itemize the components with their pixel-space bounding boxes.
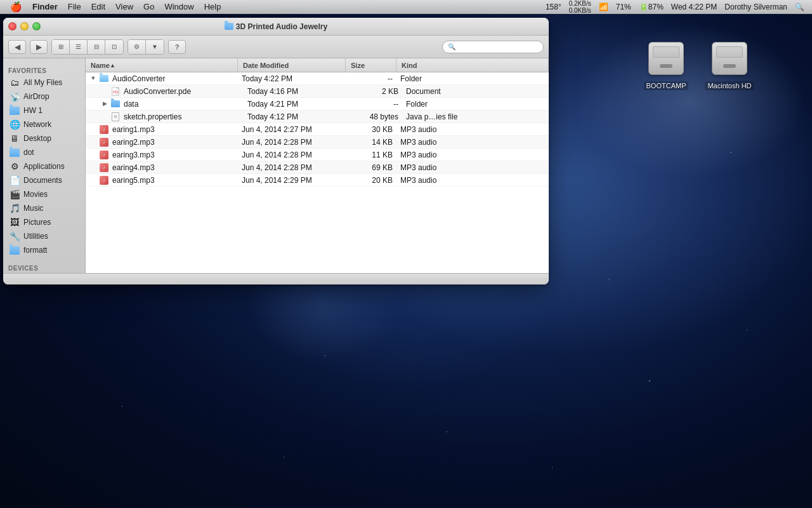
table-row[interactable]: ⚙ sketch.properties Today 4:12 PM 48 byt… [86, 110, 549, 123]
menu-window[interactable]: Window [159, 0, 199, 14]
file-kind: MP3 audio [396, 161, 549, 174]
expand-arrow[interactable]: ▼ [89, 75, 97, 83]
desktop-icon-bootcamp[interactable]: BOOTCAMP [641, 38, 691, 90]
table-row[interactable]: ♪ earing3.mp3 Jun 4, 2014 2:28 PM 11 KB … [86, 149, 549, 161]
file-name: earing2.mp3 [112, 138, 155, 147]
sidebar-item-dot[interactable]: dot [4, 145, 84, 159]
sidebar-item-documents[interactable]: 📄 Documents [4, 173, 84, 187]
icon-view-button[interactable]: ⊞ [52, 40, 70, 54]
sidebar-item-pictures[interactable]: 🖼 Pictures [4, 215, 84, 229]
mp3-icon: ♪ [100, 125, 108, 134]
sidebar-item-desktop[interactable]: 🖥 Desktop [4, 131, 84, 145]
status-bar [3, 273, 549, 284]
sidebar-label-hw1: HW 1 [23, 106, 43, 115]
minimize-button[interactable] [20, 22, 29, 30]
table-row[interactable]: ▼ AudioConverter Today 4:22 PM -- Folder [86, 72, 549, 85]
col-header-size[interactable]: Size [346, 58, 396, 72]
sidebar-label-formatt: formatt [23, 246, 47, 255]
sidebar-label-documents: Documents [23, 176, 62, 185]
col-header-date[interactable]: Date Modified [238, 58, 346, 72]
menu-edit[interactable]: Edit [86, 0, 110, 14]
file-date: Jun 4, 2014 2:27 PM [238, 123, 346, 136]
file-name: data [124, 100, 138, 109]
file-size: 30 KB [346, 123, 396, 136]
back-button[interactable]: ◀ [8, 40, 26, 54]
desktop-folder-icon: 🖥 [10, 133, 20, 144]
col-header-name[interactable]: Name [86, 58, 238, 72]
action-button[interactable]: ⚙ [128, 40, 146, 54]
favorites-section-label: FAVORITES [3, 64, 85, 76]
file-kind: Java p…ies file [402, 110, 549, 123]
applications-icon: ⚙ [10, 161, 20, 171]
menu-help[interactable]: Help [199, 0, 226, 14]
sidebar-item-applications[interactable]: ⚙ Applications [4, 159, 84, 173]
file-list-header: Name Date Modified Size Kind [86, 58, 549, 72]
apple-menu[interactable]: 🍎 [5, 0, 27, 14]
documents-icon: 📄 [10, 175, 20, 185]
sidebar-item-all-my-files[interactable]: 🗂 All My Files [4, 76, 84, 90]
sidebar-label-desktop: Desktop [23, 134, 51, 143]
menu-view[interactable]: View [110, 0, 138, 14]
table-row[interactable]: ♪ earing5.mp3 Jun 4, 2014 2:29 PM 20 KB … [86, 174, 549, 187]
folder-icon [111, 100, 120, 109]
table-row[interactable]: ♪ earing2.mp3 Jun 4, 2014 2:28 PM 14 KB … [86, 136, 549, 149]
sidebar-item-hw1[interactable]: HW 1 [4, 104, 84, 117]
bootcamp-hd-icon [648, 42, 684, 75]
file-name: earing1.mp3 [112, 125, 155, 134]
file-kind: MP3 audio [396, 149, 549, 161]
maximize-button[interactable] [32, 22, 41, 30]
menu-go[interactable]: Go [138, 0, 159, 14]
desktop: 🍎 Finder File Edit View Go Window Help 1… [0, 0, 812, 508]
search-box[interactable]: 🔍 [442, 41, 544, 53]
file-date: Jun 4, 2014 2:28 PM [238, 161, 346, 174]
bootcamp-label: BOOTCAMP [644, 81, 689, 90]
help-button[interactable]: ? [168, 40, 186, 54]
temperature-display: 158° [543, 0, 564, 14]
sidebar-label-music: Music [23, 204, 43, 213]
sidebar-item-movies[interactable]: 🎬 Movies [4, 187, 84, 201]
file-size: 11 KB [346, 149, 396, 161]
file-kind: Folder [396, 72, 549, 85]
forward-button[interactable]: ▶ [30, 40, 48, 54]
finder-window: 3D Printed Audio Jewelry ◀ ▶ ⊞ ☰ ⊟ ⊡ ⚙ ▼… [3, 18, 549, 284]
devices-section-label: DEVICES [3, 261, 85, 273]
dot-icon [10, 147, 20, 157]
macintosh-hd-label: Macintosh HD [705, 81, 754, 90]
desktop-icon-macintosh-hd[interactable]: Macintosh HD [704, 38, 755, 90]
sidebar-item-airdrop[interactable]: 📡 AirDrop [4, 90, 84, 104]
file-size: 48 bytes [351, 110, 402, 123]
table-row[interactable]: ♪ earing1.mp3 Jun 4, 2014 2:27 PM 30 KB … [86, 123, 549, 136]
table-row[interactable]: ♪ earing4.mp3 Jun 4, 2014 2:28 PM 69 KB … [86, 161, 549, 174]
battery-bar: 🔋87% [636, 0, 666, 14]
battery-display: 71% [613, 0, 634, 14]
col-header-kind[interactable]: Kind [396, 58, 549, 72]
share-button[interactable]: ▼ [146, 40, 164, 54]
menu-file[interactable]: File [63, 0, 86, 14]
close-button[interactable] [8, 22, 16, 30]
expand-arrow [89, 151, 97, 159]
sidebar-item-formatt[interactable]: formatt [4, 243, 84, 257]
list-view-button[interactable]: ☰ [70, 40, 88, 54]
expand-arrow [89, 164, 97, 171]
expand-arrow[interactable]: ▶ [101, 100, 108, 108]
file-name: sketch.properties [124, 112, 181, 121]
column-view-button[interactable]: ⊟ [88, 40, 105, 54]
file-date: Today 4:16 PM [244, 85, 351, 98]
formatt-icon [10, 245, 20, 255]
sidebar-item-music[interactable]: 🎵 Music [4, 201, 84, 215]
table-row[interactable]: ▶ data Today 4:21 PM -- Folder [86, 98, 549, 110]
mp3-icon: ♪ [100, 176, 108, 185]
title-bar: 3D Printed Audio Jewelry [3, 18, 549, 36]
action-group: ⚙ ▼ [128, 39, 164, 55]
file-size: 69 KB [346, 161, 396, 174]
file-date: Jun 4, 2014 2:28 PM [238, 136, 346, 149]
menu-finder[interactable]: Finder [27, 0, 63, 14]
table-row[interactable]: PDE AudioConverter.pde Today 4:16 PM 2 K… [86, 85, 549, 98]
search-icon[interactable]: 🔍 [792, 0, 807, 14]
sidebar-item-utilities[interactable]: 🔧 Utilities [4, 229, 84, 243]
mp3-icon: ♪ [100, 163, 108, 172]
macintosh-hd-icon [712, 42, 747, 75]
toolbar: ◀ ▶ ⊞ ☰ ⊟ ⊡ ⚙ ▼ ? 🔍 [3, 36, 549, 58]
sidebar-item-network[interactable]: 🌐 Network [4, 117, 84, 131]
cover-flow-button[interactable]: ⊡ [105, 40, 123, 54]
